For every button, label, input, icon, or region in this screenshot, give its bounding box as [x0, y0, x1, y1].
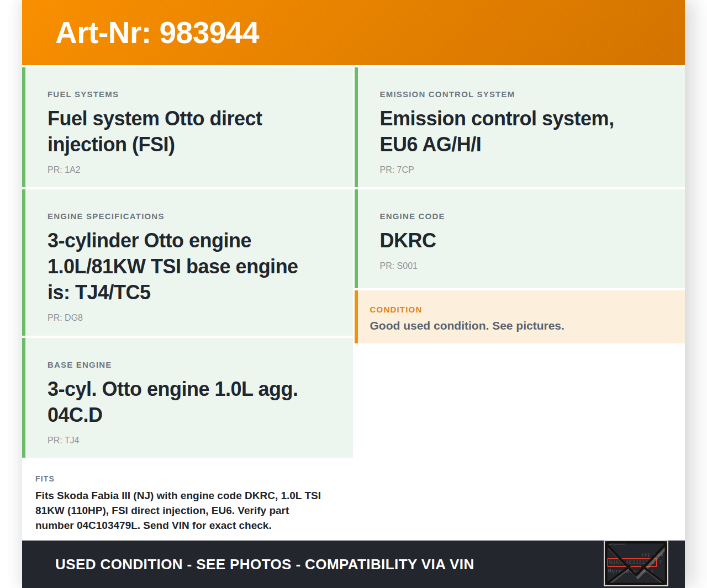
pr-code: PR: DG8: [48, 313, 331, 323]
left-column: FUEL SYSTEMS Fuel system Otto direct inj…: [22, 67, 353, 541]
pr-code: PR: TJ4: [48, 436, 331, 446]
fits-text: Fits Skoda Fabia III (NJ) with engine co…: [35, 488, 340, 533]
right-column-empty-space: [355, 346, 685, 541]
pr-code: PR: 1A2: [48, 165, 331, 175]
spec-card-engine-code: ENGINE CODE DKRC PR: S001: [355, 189, 685, 288]
article-header: Art-Nr: 983944: [22, 0, 685, 65]
card-label: ENGINE SPECIFICATIONS: [48, 211, 331, 221]
card-title: Fuel system Otto direct injection (FSI): [48, 105, 331, 157]
card-label: FUEL SYSTEMS: [48, 89, 331, 99]
condition-card: CONDITION Good used condition. See pictu…: [355, 290, 685, 343]
right-column: EMISSION CONTROL SYSTEM Emission control…: [355, 67, 685, 541]
footer-banner: USED CONDITION - SEE PHOTOS - COMPATIBIL…: [22, 541, 685, 588]
pr-code: PR: S001: [380, 261, 663, 271]
spec-card-engine-specifications: ENGINE SPECIFICATIONS 3-cylinder Otto en…: [22, 189, 353, 336]
pr-code: PR: 7CP: [380, 165, 663, 175]
envelope-icon: [605, 541, 667, 585]
vin-document-image: Fahrgestellnr. |4| AiA W1K71463J31298 7 …: [604, 540, 668, 586]
condition-text: Good used condition. See pictures.: [370, 319, 672, 332]
footer-text: USED CONDITION - SEE PHOTOS - COMPATIBIL…: [55, 556, 474, 573]
spec-card-fuel-systems: FUEL SYSTEMS Fuel system Otto direct inj…: [22, 67, 353, 187]
article-number-title: Art-Nr: 983944: [55, 15, 259, 50]
card-label: BASE ENGINE: [48, 360, 331, 369]
spec-card-emission-control: EMISSION CONTROL SYSTEM Emission control…: [355, 67, 685, 187]
card-title: DKRC: [380, 227, 663, 253]
fits-label: FITS: [35, 474, 340, 483]
spec-columns: FUEL SYSTEMS Fuel system Otto direct inj…: [22, 65, 685, 541]
card-title: 3-cylinder Otto engine 1.0L/81KW TSI bas…: [48, 227, 331, 305]
listing-sheet: Art-Nr: 983944 FUEL SYSTEMS Fuel system …: [22, 0, 685, 588]
card-label: EMISSION CONTROL SYSTEM: [380, 89, 663, 99]
card-title: 3-cyl. Otto engine 1.0L agg. 04C.D: [48, 376, 331, 428]
spec-card-base-engine: BASE ENGINE 3-cyl. Otto engine 1.0L agg.…: [22, 338, 353, 458]
condition-label: CONDITION: [370, 305, 672, 314]
card-title: Emission control system, EU6 AG/H/I: [380, 105, 663, 157]
fits-card: FITS Fits Skoda Fabia III (NJ) with engi…: [22, 460, 353, 539]
card-label: ENGINE CODE: [380, 211, 663, 221]
